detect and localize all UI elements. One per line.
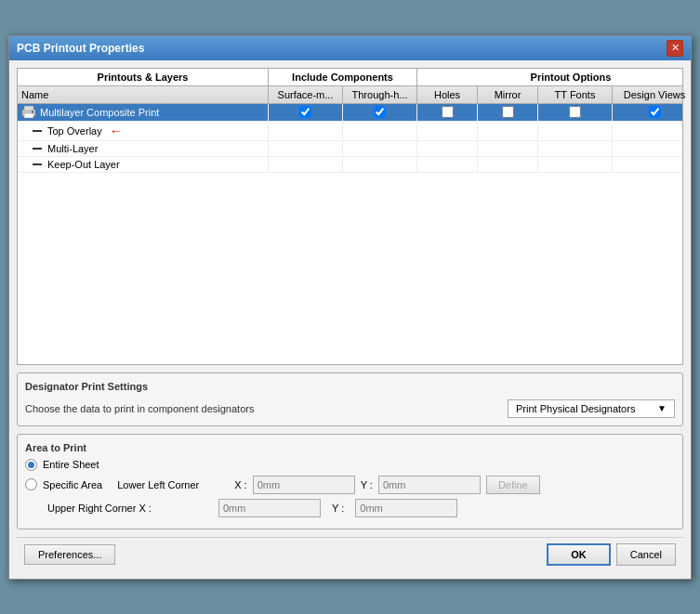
surface-m-cell[interactable] <box>269 104 343 121</box>
table-body: Multilayer Composite Print <box>18 104 682 364</box>
through-h-cell-empty <box>343 122 417 140</box>
col-through-h: Through-h... <box>343 86 417 103</box>
col-design-views: Design Views <box>613 86 696 103</box>
lower-left-label: Lower Left Corner <box>117 479 229 490</box>
entire-sheet-row: Entire Sheet <box>25 459 675 471</box>
lower-left-x-label: X : <box>234 479 246 490</box>
designator-dropdown[interactable]: Print Physical Designators ▼ <box>508 399 675 418</box>
through-h-cell-empty <box>343 157 417 172</box>
designator-label: Choose the data to print in component de… <box>25 403 254 414</box>
printer-icon <box>21 106 36 119</box>
row-name: Multilayer Composite Print <box>21 106 159 119</box>
design-views-cell-empty <box>613 122 696 140</box>
mirror-cell[interactable] <box>478 104 538 121</box>
entire-sheet-radio[interactable] <box>25 459 37 471</box>
area-title: Area to Print <box>25 442 675 453</box>
designator-section: Designator Print Settings Choose the dat… <box>17 372 683 426</box>
surface-m-checkbox[interactable] <box>299 106 311 118</box>
col-surface-m: Surface-m... <box>269 86 343 103</box>
row-name: Top Overlay ← <box>33 124 123 138</box>
mirror-checkbox[interactable] <box>502 106 514 118</box>
holes-checkbox[interactable] <box>442 106 454 118</box>
dropdown-arrow-icon: ▼ <box>657 403 667 413</box>
col-name: Name <box>18 86 269 103</box>
row-label: Multilayer Composite Print <box>40 107 159 118</box>
upper-right-y-input[interactable] <box>355 499 457 517</box>
table-col-headers: Name Surface-m... Through-h... Holes Mir… <box>18 86 682 104</box>
row-name-cell: Multilayer Composite Print <box>18 104 269 121</box>
svg-rect-3 <box>32 111 33 112</box>
preferences-button[interactable]: Preferences... <box>24 544 115 565</box>
lower-left-x-input[interactable] <box>253 476 355 494</box>
design-views-cell[interactable] <box>613 104 696 121</box>
upper-right-row: Upper Right Corner X : Y : <box>25 499 675 517</box>
tt-fonts-cell-empty <box>538 157 613 172</box>
holes-cell[interactable] <box>417 104 478 121</box>
title-bar: PCB Printout Properties ✕ <box>9 36 691 60</box>
group-header-options: Printout Options <box>417 69 700 85</box>
design-views-checkbox[interactable] <box>649 106 661 118</box>
group-header-components: Include Components <box>269 69 417 85</box>
upper-right-label: Upper Right Corner X : <box>47 503 213 514</box>
layer-dash-icon <box>33 163 42 165</box>
svg-rect-2 <box>24 113 33 118</box>
upper-right-y-label: Y : <box>332 503 344 514</box>
specific-area-radio[interactable] <box>25 478 37 490</box>
printouts-table: Printouts & Layers Include Components Pr… <box>17 68 683 365</box>
specific-area-label: Specific Area <box>43 479 102 490</box>
tt-fonts-cell[interactable] <box>538 104 613 121</box>
surface-m-cell-empty <box>269 157 343 172</box>
group-header-printouts: Printouts & Layers <box>18 69 269 85</box>
table-row[interactable]: Keep-Out Layer <box>18 157 682 173</box>
mirror-cell-empty <box>478 122 538 140</box>
layer-dash-icon <box>33 148 42 150</box>
surface-m-cell-empty <box>269 141 343 156</box>
table-row[interactable]: Multilayer Composite Print <box>18 104 682 122</box>
col-mirror: Mirror <box>478 86 538 103</box>
mirror-cell-empty <box>478 141 538 156</box>
table-group-header-row: Printouts & Layers Include Components Pr… <box>18 69 682 86</box>
table-row[interactable]: Top Overlay ← <box>18 122 682 141</box>
tt-fonts-cell-empty <box>538 141 613 156</box>
designator-dropdown-value: Print Physical Designators <box>516 403 635 414</box>
cancel-button[interactable]: Cancel <box>616 543 676 566</box>
define-button[interactable]: Define <box>486 476 540 494</box>
row-label: Multi-Layer <box>47 143 98 154</box>
tt-fonts-checkbox[interactable] <box>569 106 581 118</box>
mirror-cell-empty <box>478 157 538 172</box>
holes-cell-empty <box>417 157 478 172</box>
through-h-checkbox[interactable] <box>374 106 386 118</box>
window-title: PCB Printout Properties <box>17 42 144 55</box>
entire-sheet-label: Entire Sheet <box>43 459 99 470</box>
arrow-indicator: ← <box>110 124 123 138</box>
row-label: Top Overlay <box>47 125 102 137</box>
table-empty-space <box>18 173 682 321</box>
row-name: Multi-Layer <box>33 143 98 154</box>
row-name-cell: Keep-Out Layer <box>18 157 269 172</box>
tt-fonts-cell-empty <box>538 122 613 140</box>
specific-area-row: Specific Area Lower Left Corner X : Y : … <box>25 476 675 494</box>
table-row[interactable]: Multi-Layer <box>18 141 682 157</box>
svg-rect-1 <box>24 106 33 111</box>
col-holes: Holes <box>417 86 478 103</box>
holes-cell-empty <box>417 141 478 156</box>
surface-m-cell-empty <box>269 122 343 140</box>
upper-right-x-input[interactable] <box>218 499 321 517</box>
close-button[interactable]: ✕ <box>667 40 683 57</box>
row-name-cell: Multi-Layer <box>18 141 269 156</box>
main-window: PCB Printout Properties ✕ Printouts & La… <box>8 35 692 580</box>
row-name-cell: Top Overlay ← <box>18 122 269 140</box>
footer: Preferences... OK Cancel <box>17 537 683 571</box>
row-name: Keep-Out Layer <box>33 159 120 170</box>
col-tt-fonts: TT Fonts <box>538 86 613 103</box>
ok-button[interactable]: OK <box>547 543 611 566</box>
designator-row: Choose the data to print in component de… <box>25 399 675 418</box>
through-h-cell[interactable] <box>343 104 417 121</box>
design-views-cell-empty <box>613 141 696 156</box>
lower-left-y-input[interactable] <box>378 476 481 494</box>
footer-buttons: OK Cancel <box>547 543 676 566</box>
layer-dash-icon <box>33 130 42 132</box>
design-views-cell-empty <box>613 157 696 172</box>
lower-left-y-label: Y : <box>361 479 373 490</box>
row-label: Keep-Out Layer <box>47 159 120 170</box>
